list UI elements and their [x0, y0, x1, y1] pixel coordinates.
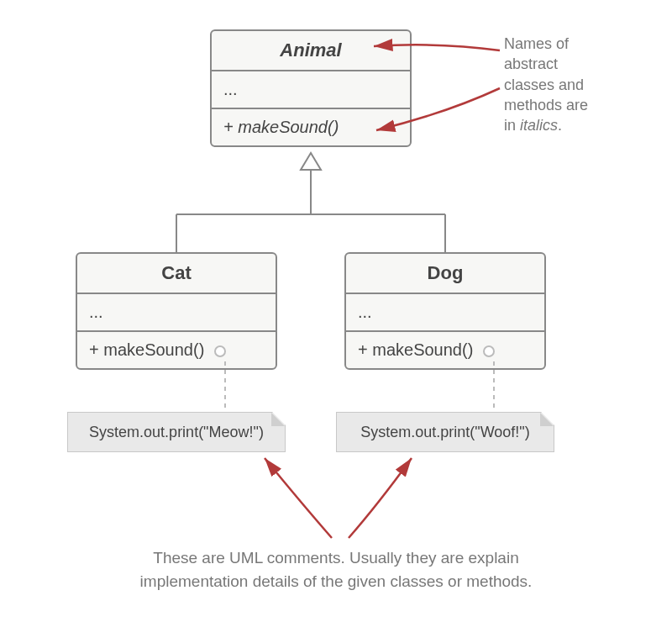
caption-line1: These are UML comments. Usually they are… — [153, 549, 518, 567]
annotation-abstract: Names of abstract classes and methods ar… — [504, 34, 638, 135]
annot-text: classes and — [504, 76, 584, 93]
class-animal-attrs: ... — [212, 71, 410, 109]
class-dog: Dog ... + makeSound() — [344, 252, 546, 370]
class-cat-method: + makeSound() — [77, 332, 276, 368]
class-dog-title: Dog — [346, 254, 544, 294]
class-dog-method-text: + makeSound() — [358, 340, 473, 359]
class-dog-method: + makeSound() — [346, 332, 544, 368]
annot-text: in — [504, 117, 520, 134]
class-dog-attrs: ... — [346, 294, 544, 332]
class-animal-method: + makeSound() — [212, 109, 410, 145]
lollipop-icon — [214, 345, 226, 357]
class-animal-title: Animal — [212, 31, 410, 71]
annot-italic: italics — [520, 117, 558, 134]
annot-text: . — [558, 117, 562, 134]
class-cat-method-text: + makeSound() — [89, 340, 204, 359]
class-cat-title: Cat — [77, 254, 276, 294]
arrow-icon — [349, 458, 412, 538]
class-cat: Cat ... + makeSound() — [76, 252, 277, 370]
note-dog: System.out.print("Woof!") — [336, 412, 554, 452]
class-cat-attrs: ... — [77, 294, 276, 332]
arrow-icon — [265, 458, 332, 538]
note-cat: System.out.print("Meow!") — [67, 412, 286, 452]
caption-line2: implementation details of the given clas… — [140, 572, 533, 590]
annotation-comments: These are UML comments. Usually they are… — [67, 546, 605, 593]
class-animal-method-text: + makeSound() — [223, 118, 339, 136]
class-animal: Animal ... + makeSound() — [210, 29, 412, 147]
annot-text: methods are — [504, 97, 588, 113]
lollipop-icon — [483, 345, 495, 357]
note-cat-text: System.out.print("Meow!") — [89, 424, 264, 441]
annot-text: Names of — [504, 35, 569, 52]
uml-canvas: Animal ... + makeSound() Cat ... + makeS… — [0, 0, 672, 622]
inheritance-triangle-icon — [301, 153, 321, 170]
note-dog-text: System.out.print("Woof!") — [360, 424, 530, 441]
annot-text: abstract — [504, 55, 558, 72]
